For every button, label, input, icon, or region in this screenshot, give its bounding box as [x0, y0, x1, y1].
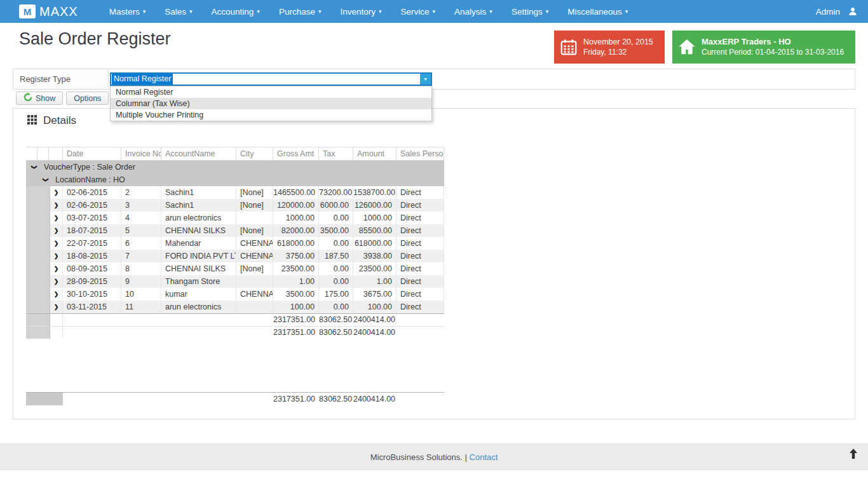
table-row[interactable]: ❯30-10-201510kumarCHENNAI3500.00175.0036… [26, 288, 444, 301]
cell-gross_amt: 100.00 [273, 301, 319, 313]
table-row[interactable]: ❯08-09-20158CHENNAI SILKS[None]23500.000… [26, 262, 444, 275]
expand-chevron-cell[interactable]: ❯ [50, 301, 63, 313]
dropdown-option-2[interactable]: Multiple Voucher Printing [111, 109, 431, 121]
refresh-icon [24, 93, 32, 104]
cell-date: 30-10-2015 [63, 288, 121, 301]
grid-footer-total-row: 2317351.00 83062.50 2400414.00 [26, 392, 444, 405]
date-card-text: November 20, 2015 Friday, 11:32 [583, 37, 653, 57]
column-header-inv[interactable]: Invoice No [121, 147, 161, 160]
table-row[interactable]: ❯03-11-201511arun electronics100.000.001… [26, 301, 444, 313]
expand-chevron-cell[interactable]: ❯ [50, 288, 63, 301]
cell-date: 02-06-2015 [63, 186, 121, 199]
caret-down-icon: ▾ [379, 8, 382, 15]
expand-chevron-icon[interactable]: ❯ [54, 215, 59, 221]
cell-account_name: kumar [161, 288, 236, 301]
group-total-row-amount: 2400414.00 [353, 314, 397, 326]
expand-chevron-icon[interactable]: ❯ [54, 304, 59, 310]
nav-menu-miscellaneous[interactable]: Miscellaneous▾ [558, 0, 637, 23]
cell-invoice_no: 9 [121, 275, 161, 288]
expand-chevron-cell[interactable]: ❯ [50, 186, 63, 199]
cell-gross_amt: 1000.00 [273, 212, 319, 224]
expand-chevron-icon[interactable]: ❯ [54, 253, 59, 259]
combobox-dropdown-button[interactable]: ▼ [420, 74, 431, 85]
nav-menu-masters[interactable]: Masters▾ [100, 0, 156, 23]
caret-down-icon: ▾ [189, 8, 193, 15]
expand-chevron-cell[interactable]: ❯ [50, 237, 63, 250]
column-header-city[interactable]: City [236, 147, 273, 160]
column-header-date[interactable]: Date [63, 147, 121, 160]
cell-date: 08-09-2015 [63, 262, 121, 275]
expand-chevron-icon[interactable]: ❯ [54, 240, 59, 247]
options-button-label: Options [74, 94, 101, 103]
column-header-sp[interactable]: Sales Person [397, 147, 444, 160]
table-row[interactable]: ❯02-06-20153Sachin1[None]120000.006000.0… [26, 199, 444, 212]
table-row[interactable]: ❯18-08-20157FORD INDIA PVT LTDCHENNAI375… [26, 250, 444, 262]
contact-link[interactable]: Contact [470, 452, 498, 462]
expand-chevron-icon[interactable]: ❯ [54, 266, 59, 272]
row-strip [26, 262, 50, 275]
register-type-combobox[interactable]: Normal Register ▼ [110, 72, 432, 86]
column-header-tax[interactable]: Tax [319, 147, 353, 160]
cell-city: CHENNAI [236, 288, 273, 301]
brand-logo[interactable]: M MAXX [19, 4, 78, 19]
cell-account_name: Sachin1 [161, 199, 236, 212]
grand-total-row: 2317351.0083062.502400414.00 [26, 326, 444, 339]
footer-total-amount: 2400414.00 [353, 393, 397, 405]
calendar-icon [554, 37, 583, 57]
nav-menu-analysis[interactable]: Analysis▾ [445, 0, 502, 23]
expand-chevron-cell[interactable]: ❯ [50, 262, 63, 275]
footer-total-gross: 2317351.00 [273, 393, 319, 405]
table-row[interactable]: ❯18-07-20155CHENNAI SILKS[None]82000.003… [26, 224, 444, 237]
collapse-chevron-icon[interactable]: ❯ [43, 177, 49, 183]
column-header-amt[interactable]: Amount [353, 147, 397, 160]
expand-chevron-icon[interactable]: ❯ [54, 291, 59, 297]
cell-gross_amt: 1.00 [273, 275, 319, 288]
collapse-chevron-icon[interactable]: ❯ [31, 164, 37, 170]
expand-chevron-icon[interactable]: ❯ [54, 202, 59, 208]
column-header-gross[interactable]: Gross Amt [273, 147, 319, 160]
cell-tax: 0.00 [319, 301, 353, 313]
table-row[interactable]: ❯22-07-20156MahendarCHENNAI618000.000.00… [26, 237, 444, 250]
dropdown-option-0[interactable]: Normal Register [111, 86, 431, 98]
nav-menu-settings[interactable]: Settings▾ [502, 0, 558, 23]
options-button[interactable]: Options [66, 92, 109, 105]
row-strip [26, 186, 50, 199]
cell-tax: 6000.00 [319, 199, 353, 212]
expand-chevron-icon[interactable]: ❯ [54, 278, 59, 285]
table-row[interactable]: ❯03-07-20154arun electronics1000.000.001… [26, 212, 444, 224]
nav-menu-sales[interactable]: Sales▾ [155, 0, 201, 23]
cell-invoice_no: 2 [121, 186, 161, 199]
nav-menu-inventory[interactable]: Inventory▾ [330, 0, 391, 23]
user-icon[interactable] [848, 6, 858, 17]
admin-label[interactable]: Admin [816, 7, 840, 17]
nav-menu-service[interactable]: Service▾ [391, 0, 445, 23]
group-row-0[interactable]: ❯VoucherType : Sale Order [26, 161, 444, 173]
expand-chevron-cell[interactable]: ❯ [50, 224, 63, 237]
cell-tax: 73200.00 [319, 186, 353, 199]
nav-menu-accounting[interactable]: Accounting▾ [202, 0, 269, 23]
cell-tax: 175.00 [319, 288, 353, 301]
expand-chevron-cell[interactable]: ❯ [50, 275, 63, 288]
expand-chevron-icon[interactable]: ❯ [54, 227, 59, 234]
row-strip [26, 301, 50, 313]
cell-sales_person: Direct [397, 212, 444, 224]
grid-body: ❯VoucherType : Sale Order❯LocationName :… [26, 161, 444, 339]
cell-account_name: arun electronics [161, 212, 236, 224]
dropdown-option-1[interactable]: Columnar (Tax Wise) [111, 98, 431, 109]
expand-chevron-cell[interactable]: ❯ [50, 199, 63, 212]
table-row[interactable]: ❯02-06-20152Sachin1[None]1465500.0073200… [26, 186, 444, 199]
group-row-1[interactable]: ❯LocationName : HO [26, 173, 444, 186]
table-row[interactable]: ❯28-09-20159Thangam Store1.000.001.00Dir… [26, 275, 444, 288]
expand-chevron-icon[interactable]: ❯ [54, 189, 59, 196]
cell-city: [None] [236, 224, 273, 237]
expand-chevron-cell[interactable]: ❯ [50, 250, 63, 262]
row-strip [26, 212, 50, 224]
caret-down-icon: ▾ [625, 8, 628, 15]
scroll-to-top-icon[interactable] [849, 449, 858, 461]
column-header-acct[interactable]: AccountName [161, 147, 236, 160]
screen: M MAXX Masters▾Sales▾Accounting▾Purchase… [0, 0, 868, 488]
expand-chevron-cell[interactable]: ❯ [50, 212, 63, 224]
show-button[interactable]: Show [16, 92, 63, 105]
cell-city: [None] [236, 199, 273, 212]
nav-menu-purchase[interactable]: Purchase▾ [269, 0, 331, 23]
